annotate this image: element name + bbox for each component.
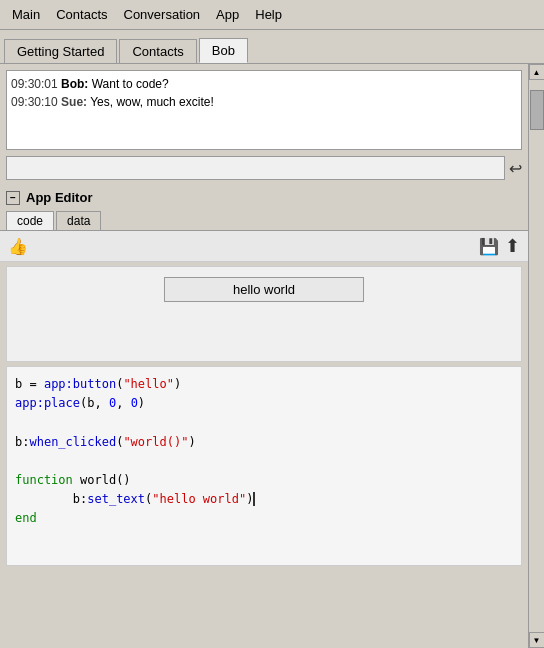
right-scrollbar: ▲ ▼ <box>528 64 544 648</box>
chat-area: 09:30:01 Bob: Want to code? 09:30:10 Sue… <box>6 70 522 150</box>
toolbar-right: 💾 ⬆ <box>479 235 520 257</box>
center-panel: 09:30:01 Bob: Want to code? 09:30:10 Sue… <box>0 64 528 648</box>
reply-button[interactable]: ↩ <box>509 159 522 178</box>
code-line-4: b:when_clicked("world()") <box>15 433 513 452</box>
chat-sender-2: Sue: <box>61 95 87 109</box>
menu-conversation[interactable]: Conversation <box>116 3 209 26</box>
chat-text-1: Want to code? <box>92 77 169 91</box>
chat-message-1: 09:30:01 Bob: Want to code? <box>11 75 517 93</box>
preview-button[interactable]: hello world <box>164 277 364 302</box>
code-line-1: b = app:button("hello") <box>15 375 513 394</box>
app-editor-title: App Editor <box>26 190 92 205</box>
editor-tab-code[interactable]: code <box>6 211 54 230</box>
editor-toolbar: 👍 💾 ⬆ <box>0 231 528 262</box>
tab-getting-started[interactable]: Getting Started <box>4 39 117 63</box>
scroll-up-button[interactable]: ▲ <box>529 64 545 80</box>
scrollbar-thumb[interactable] <box>530 90 544 130</box>
code-line-2: app:place(b, 0, 0) <box>15 394 513 413</box>
tab-bob[interactable]: Bob <box>199 38 248 63</box>
chat-message-2: 09:30:10 Sue: Yes, wow, much excite! <box>11 93 517 111</box>
collapse-button[interactable]: − <box>6 191 20 205</box>
top-tab-bar: Getting Started Contacts Bob <box>0 30 544 64</box>
scroll-down-button[interactable]: ▼ <box>529 632 545 648</box>
code-line-5 <box>15 452 513 471</box>
toolbar-left: 👍 <box>8 237 28 256</box>
code-line-8: end <box>15 509 513 528</box>
editor-tab-data[interactable]: data <box>56 211 101 230</box>
menu-main[interactable]: Main <box>4 3 48 26</box>
code-line-7: b:set_text("hello world") <box>15 490 513 509</box>
chat-text-2: Yes, wow, much excite! <box>90 95 214 109</box>
editor-tabs: code data <box>0 209 528 231</box>
input-bar: ↩ <box>6 154 522 182</box>
menubar: Main Contacts Conversation App Help <box>0 0 544 30</box>
chat-time-1: 09:30:01 <box>11 77 61 91</box>
menu-contacts[interactable]: Contacts <box>48 3 115 26</box>
chat-time-2: 09:30:10 <box>11 95 61 109</box>
code-line-3 <box>15 413 513 432</box>
menu-app[interactable]: App <box>208 3 247 26</box>
preview-area: hello world <box>6 266 522 362</box>
code-line-6: function world() <box>15 471 513 490</box>
scrollbar-track <box>530 80 544 632</box>
main-content: 09:30:01 Bob: Want to code? 09:30:10 Sue… <box>0 64 544 648</box>
chat-sender-1: Bob: <box>61 77 88 91</box>
export-button[interactable]: ⬆ <box>505 235 520 257</box>
code-editor[interactable]: b = app:button("hello") app:place(b, 0, … <box>6 366 522 566</box>
message-input[interactable] <box>6 156 505 180</box>
tab-contacts[interactable]: Contacts <box>119 39 196 63</box>
thumbs-up-button[interactable]: 👍 <box>8 237 28 256</box>
app-editor-header: − App Editor <box>0 186 528 209</box>
menu-help[interactable]: Help <box>247 3 290 26</box>
save-button[interactable]: 💾 <box>479 235 499 257</box>
